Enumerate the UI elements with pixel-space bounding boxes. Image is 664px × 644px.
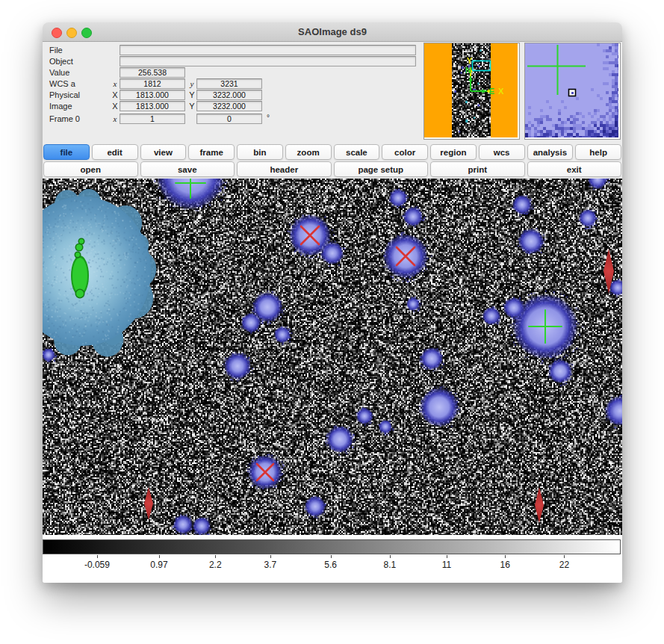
wcs-y-field[interactable]: [196, 78, 262, 89]
colorbar-tick: [447, 555, 447, 558]
menu-edit[interactable]: edit: [92, 144, 138, 160]
colorbar-tick: [97, 555, 98, 558]
colorbar-tick: [390, 555, 391, 558]
panner-panel[interactable]: [423, 43, 520, 140]
image-y-label: Y: [188, 102, 196, 111]
menu-scale[interactable]: scale: [334, 144, 380, 160]
save-button[interactable]: save: [140, 161, 235, 177]
colorbar-tick-label: 11: [442, 560, 451, 570]
menu-wcs[interactable]: wcs: [479, 144, 525, 160]
header-button[interactable]: header: [237, 161, 332, 177]
object-field[interactable]: [120, 56, 416, 66]
colorbar-tick-label: 2.2: [209, 560, 222, 570]
physical-x-label: X: [111, 90, 119, 99]
menu-frame[interactable]: frame: [188, 144, 235, 160]
menu-file[interactable]: file: [43, 144, 90, 160]
object-label: Object: [49, 57, 73, 66]
panner-canvas[interactable]: [424, 43, 518, 137]
magnifier-panel: [524, 43, 621, 140]
frame-label: Frame 0: [49, 114, 80, 123]
secondary-menubar: open save header page setup print exit: [43, 161, 621, 177]
menu-bin[interactable]: bin: [237, 144, 283, 160]
menu-zoom[interactable]: zoom: [285, 144, 332, 160]
file-field[interactable]: [120, 45, 416, 55]
menu-view[interactable]: view: [140, 144, 187, 160]
info-panel: File Object Value WCS a x y Physical X Y…: [43, 42, 622, 143]
page-setup-button[interactable]: page setup: [334, 161, 429, 177]
colorbar-gradient[interactable]: [43, 539, 621, 554]
wcs-x-field[interactable]: [120, 78, 185, 89]
colorbar-section: -0.0590.972.23.75.68.1111622: [43, 535, 622, 583]
colorbar-tick-label: 3.7: [264, 560, 277, 570]
wcs-y-label: y: [188, 79, 196, 88]
colorbar-tick-label: 16: [500, 560, 510, 570]
image-y-field[interactable]: [196, 101, 262, 111]
ds9-window: SAOImage ds9 File Object Value WCS a x y…: [43, 22, 622, 583]
colorbar-tick-label: 0.97: [150, 560, 167, 570]
wcs-label: WCS a: [49, 79, 75, 88]
colorbar-tick: [270, 555, 271, 558]
frame-x-field[interactable]: [120, 114, 185, 124]
physical-x-field[interactable]: [120, 90, 185, 100]
colorbar-tick: [159, 555, 160, 558]
sky-image-canvas[interactable]: [43, 179, 622, 535]
frame-x-label: x: [111, 114, 119, 123]
print-button[interactable]: print: [430, 161, 525, 177]
physical-y-label: Y: [188, 90, 196, 99]
image-label: Image: [49, 102, 72, 111]
colorbar-tick: [564, 555, 565, 558]
degree-symbol: °: [267, 114, 270, 122]
titlebar[interactable]: SAOImage ds9: [43, 22, 622, 42]
image-display-area[interactable]: [43, 179, 622, 535]
frame-angle-field[interactable]: [196, 114, 262, 124]
colorbar-tick: [331, 555, 332, 558]
value-field[interactable]: [120, 67, 185, 78]
window-title: SAOImage ds9: [43, 26, 622, 37]
wcs-x-label: x: [111, 79, 119, 88]
image-x-field[interactable]: [120, 101, 185, 111]
magnifier-canvas: [525, 43, 618, 137]
file-label: File: [49, 46, 63, 55]
value-label: Value: [49, 68, 69, 77]
physical-y-field[interactable]: [196, 90, 262, 100]
menu-analysis[interactable]: analysis: [527, 144, 574, 160]
colorbar-tick-label: -0.059: [84, 560, 110, 570]
colorbar-tick-label: 22: [559, 560, 569, 570]
colorbar-tick-label: 5.6: [324, 560, 337, 570]
image-x-label: X: [111, 102, 119, 111]
colorbar-tick: [215, 555, 216, 558]
open-button[interactable]: open: [43, 161, 138, 177]
colorbar-tick-label: 8.1: [383, 560, 396, 570]
primary-menubar: file edit view frame bin zoom scale colo…: [43, 144, 621, 160]
menu-color[interactable]: color: [382, 144, 428, 160]
exit-button[interactable]: exit: [527, 161, 622, 177]
menu-help[interactable]: help: [575, 144, 621, 160]
colorbar-tick: [505, 555, 506, 558]
menu-region[interactable]: region: [430, 144, 477, 160]
physical-label: Physical: [49, 90, 80, 99]
